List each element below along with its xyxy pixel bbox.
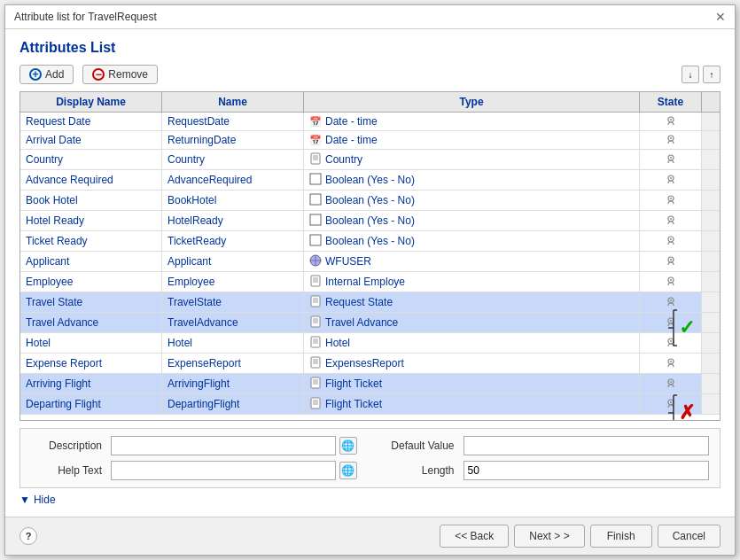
cell-name: BookHotel — [162, 191, 304, 210]
cell-type-text: ExpensesReport — [325, 357, 404, 369]
type-icon: 📅 — [309, 135, 322, 146]
help-button[interactable]: ? — [19, 527, 37, 545]
cell-display-name: Expense Report — [20, 354, 162, 373]
cell-scroll — [702, 374, 720, 393]
table-row[interactable]: Expense ReportExpenseReportExpensesRepor… — [20, 354, 720, 374]
cell-display-name: Departing Flight — [20, 394, 162, 414]
cell-scroll — [702, 231, 720, 251]
remove-button[interactable]: − Remove — [82, 65, 158, 84]
cell-scroll — [702, 313, 720, 332]
svg-rect-39 — [311, 316, 320, 327]
length-label: Length — [366, 464, 455, 477]
cell-state — [640, 150, 702, 169]
cell-state — [640, 313, 702, 332]
sort-down-button[interactable]: ↓ — [682, 66, 699, 83]
table-row[interactable]: Ticket ReadyTicketReadyBoolean (Yes - No… — [20, 231, 720, 252]
add-icon: + — [29, 68, 42, 81]
col-display-name: Display Name — [20, 92, 162, 112]
attributes-table: Display Name Name Type State Request Dat… — [19, 91, 721, 421]
cell-scroll — [702, 394, 720, 414]
svg-point-38 — [670, 299, 672, 301]
cell-type: Boolean (Yes - No) — [304, 211, 640, 230]
table-row[interactable]: Hotel ReadyHotelReadyBoolean (Yes - No) — [20, 211, 720, 231]
table-row[interactable]: Book HotelBookHotelBoolean (Yes - No) — [20, 191, 720, 211]
cell-type: Country — [304, 150, 640, 169]
table-row[interactable]: Travel StateTravelStateRequest State — [20, 292, 720, 313]
type-icon — [309, 214, 322, 228]
type-icon — [309, 295, 322, 309]
table-row[interactable]: Arriving FlightArrivingFlightFlight Tick… — [20, 374, 720, 394]
add-button[interactable]: + Add — [19, 65, 74, 84]
table-row[interactable]: EmployeeEmployeeInternal Employe — [20, 272, 720, 292]
cell-display-name: Arriving Flight — [20, 374, 162, 393]
cell-type-text: Internal Employe — [325, 276, 405, 288]
form-grid: Description 🌐 Default Value Help Text 🌐 … — [31, 436, 709, 480]
cell-scroll — [702, 150, 720, 169]
table-row[interactable]: Request DateRequestDate📅Date - time — [20, 113, 720, 131]
hide-section[interactable]: ▼ Hide — [19, 494, 721, 506]
type-icon — [309, 275, 322, 289]
cell-display-name: Travel State — [20, 292, 162, 312]
type-icon — [309, 152, 322, 167]
back-button[interactable]: << Back — [440, 525, 509, 548]
table-row[interactable]: HotelHotelHotel — [20, 333, 720, 354]
cell-scroll — [702, 211, 720, 230]
description-input[interactable] — [111, 436, 336, 455]
help-text-globe-button[interactable]: 🌐 — [339, 462, 357, 479]
cell-name: Employee — [162, 272, 304, 292]
close-button[interactable]: ✕ — [715, 11, 726, 23]
cell-name: Country — [162, 150, 304, 169]
description-globe-button[interactable]: 🌐 — [339, 437, 357, 455]
default-value-input[interactable] — [463, 436, 710, 455]
cell-state — [640, 292, 702, 312]
cell-state — [640, 211, 702, 230]
table-row[interactable]: Travel AdvanceTravelAdvanceTravel Advanc… — [20, 313, 720, 333]
cell-scroll — [702, 252, 720, 271]
cell-display-name: Employee — [20, 272, 162, 292]
cell-type: ExpensesReport — [304, 354, 640, 373]
cell-display-name: Book Hotel — [20, 191, 162, 210]
cell-name: DepartingFlight — [162, 394, 304, 414]
table-row[interactable]: CountryCountryCountry — [20, 150, 720, 170]
next-button[interactable]: Next > > — [514, 525, 584, 548]
type-icon: 📅 — [309, 116, 322, 128]
type-icon — [309, 336, 322, 350]
cell-type-text: Flight Ticket — [325, 398, 382, 410]
type-icon — [309, 234, 322, 248]
finish-button[interactable]: Finish — [590, 525, 652, 548]
cell-type-text: Country — [325, 153, 362, 166]
cell-state — [640, 394, 702, 414]
table-row[interactable]: ApplicantApplicantWFUSER — [20, 252, 720, 272]
help-text-input[interactable] — [111, 461, 336, 480]
cell-name: AdvanceRequired — [162, 170, 304, 190]
svg-rect-27 — [311, 276, 320, 286]
toolbar: + Add − Remove ↓ ↑ — [19, 65, 721, 84]
cell-scroll — [702, 354, 720, 373]
cell-name: RequestDate — [162, 113, 304, 130]
svg-point-62 — [670, 381, 672, 383]
svg-rect-19 — [310, 235, 321, 245]
svg-point-68 — [670, 401, 672, 403]
length-input[interactable] — [463, 461, 710, 480]
cell-display-name: Travel Advance — [20, 313, 162, 332]
cell-scroll — [702, 272, 720, 292]
cell-type-text: WFUSER — [325, 255, 371, 268]
cell-type: Boolean (Yes - No) — [304, 170, 640, 190]
svg-point-18 — [670, 218, 672, 220]
table-row[interactable]: Advance RequiredAdvanceRequiredBoolean (… — [20, 170, 720, 191]
cell-type: Flight Ticket — [304, 374, 640, 393]
cell-type-text: Boolean (Yes - No) — [325, 235, 415, 247]
hide-label: Hide — [34, 494, 56, 506]
svg-rect-16 — [310, 214, 321, 225]
table-row[interactable]: Departing FlightDepartingFlightFlight Ti… — [20, 394, 720, 415]
cell-state — [640, 333, 702, 353]
col-type: Type — [304, 92, 640, 112]
cancel-button[interactable]: Cancel — [658, 525, 721, 548]
table-row[interactable]: Arrival DateReturningDate📅Date - time — [20, 131, 720, 150]
dialog-title: Attribute list for TravelRequest — [14, 11, 157, 23]
type-icon — [309, 397, 322, 411]
svg-point-12 — [670, 177, 672, 179]
cell-display-name: Country — [20, 150, 162, 169]
type-icon — [309, 254, 322, 268]
sort-up-button[interactable]: ↑ — [703, 66, 721, 83]
